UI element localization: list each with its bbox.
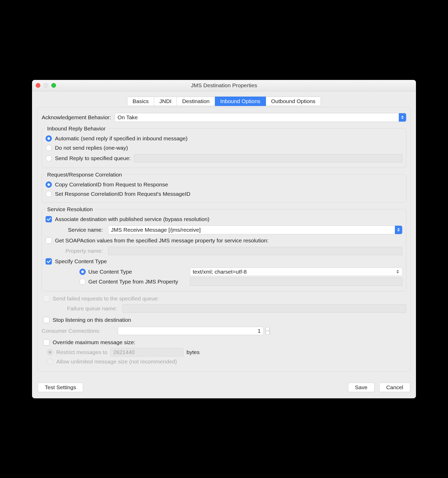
service-resolution-legend: Service Resolution	[46, 206, 94, 212]
check-stop-listening-label: Stop listening on this destination	[53, 317, 131, 323]
ack-select[interactable]: On Take	[115, 113, 406, 122]
consumer-connections-stepper[interactable]: 1	[118, 327, 270, 335]
radio-corr-copy[interactable]	[46, 181, 52, 188]
inbound-reply-group: Inbound Reply Behavior Automatic (send r…	[42, 125, 406, 168]
inbound-panel: Acknowledgement Behavior: On Take Inboun…	[37, 107, 411, 372]
check-override-max-size-label: Override maximum message size:	[53, 339, 135, 345]
window-title: JMS Destination Properties	[32, 82, 416, 89]
inbound-reply-legend: Inbound Reply Behavior	[46, 125, 107, 132]
failure-queue-field	[122, 304, 406, 313]
restrict-bytes-field: 2621440	[110, 348, 183, 356]
check-soapaction-label: Get SOAPAction values from the specified…	[55, 237, 269, 244]
tab-bar: Basics JNDI Destination Inbound Options …	[37, 97, 411, 106]
ct-property-field	[190, 278, 402, 286]
ack-label: Acknowledgement Behavior:	[42, 114, 111, 121]
chevron-updown-icon	[395, 226, 402, 234]
check-specify-content-type[interactable]	[46, 258, 52, 265]
step-down-icon[interactable]	[265, 331, 270, 335]
content-type-combo[interactable]: text/xml; charset=utf-8	[190, 268, 402, 276]
tab-inbound-options[interactable]: Inbound Options	[215, 97, 266, 106]
check-specify-content-type-label: Specify Content Type	[55, 258, 107, 265]
property-name-label: Property name:	[59, 248, 103, 254]
radio-use-content-type[interactable]	[79, 269, 86, 275]
service-resolution-group: Service Resolution Associate destination…	[42, 206, 406, 291]
dialog-footer: Test Settings Save Cancel	[32, 378, 416, 398]
chevron-updown-icon	[396, 269, 401, 275]
tab-jndi[interactable]: JNDI	[154, 97, 177, 106]
radio-unlimited-size-label: Allow unlimited message size (not recomm…	[56, 358, 177, 365]
check-associate-service[interactable]	[46, 216, 52, 222]
dialog-window: JMS Destination Properties Basics JNDI D…	[32, 80, 416, 398]
check-associate-service-label: Associate destination with published ser…	[55, 216, 209, 222]
consumer-connections-value[interactable]: 1	[118, 327, 264, 335]
save-button[interactable]: Save	[348, 383, 375, 392]
titlebar: JMS Destination Properties	[32, 80, 416, 91]
radio-use-content-type-label: Use Content Type	[88, 269, 187, 275]
bytes-unit-label: bytes	[186, 349, 200, 355]
radio-reply-queue[interactable]	[46, 155, 52, 161]
service-name-value: JMS Receive Message [/jms/receive]	[111, 227, 201, 233]
radio-corr-set[interactable]	[46, 191, 52, 197]
content-area: Basics JNDI Destination Inbound Options …	[32, 91, 416, 378]
ack-value: On Take	[117, 114, 138, 121]
radio-corr-set-label: Set Response CorrelationID from Request'…	[55, 191, 190, 197]
correlation-group: Request/Response Correlation Copy Correl…	[42, 172, 406, 203]
correlation-legend: Request/Response Correlation	[46, 172, 123, 178]
check-send-failed	[43, 295, 49, 302]
reply-queue-field[interactable]	[134, 154, 402, 162]
service-name-select[interactable]: JMS Receive Message [/jms/receive]	[108, 225, 402, 234]
radio-restrict-size-label: Restrict messages to	[56, 349, 107, 355]
tab-outbound-options[interactable]: Outbound Options	[266, 97, 321, 106]
radio-reply-queue-label: Send Reply to specified queue:	[55, 155, 131, 161]
radio-reply-automatic[interactable]	[46, 135, 52, 142]
check-override-max-size[interactable]	[43, 339, 49, 345]
check-stop-listening[interactable]	[43, 317, 49, 323]
radio-restrict-size	[47, 349, 53, 355]
property-name-field	[108, 247, 402, 255]
tab-destination[interactable]: Destination	[177, 97, 215, 106]
test-settings-button[interactable]: Test Settings	[38, 383, 83, 392]
radio-ct-from-property-label: Get Content Type from JMS Property	[88, 279, 187, 285]
radio-corr-copy-label: Copy CorrelationID from Request to Respo…	[55, 181, 168, 188]
tab-basics[interactable]: Basics	[127, 97, 154, 106]
radio-reply-none-label: Do not send replies (one-way)	[55, 145, 128, 151]
cancel-button[interactable]: Cancel	[379, 383, 410, 392]
check-send-failed-label: Send failed requests to the specified qu…	[53, 295, 159, 302]
radio-reply-automatic-label: Automatic (send reply if specified in in…	[55, 135, 188, 142]
step-up-icon[interactable]	[265, 327, 270, 331]
failure-queue-label: Failure queue name:	[55, 305, 117, 312]
chevron-updown-icon	[399, 113, 406, 122]
radio-ct-from-property[interactable]	[79, 279, 86, 285]
radio-reply-none[interactable]	[46, 145, 52, 151]
service-name-label: Service name:	[59, 227, 103, 233]
content-type-value: text/xml; charset=utf-8	[193, 269, 247, 275]
radio-unlimited-size	[47, 358, 53, 365]
check-soapaction[interactable]	[46, 237, 52, 244]
consumer-connections-label: Consumer Connections:	[42, 328, 115, 334]
